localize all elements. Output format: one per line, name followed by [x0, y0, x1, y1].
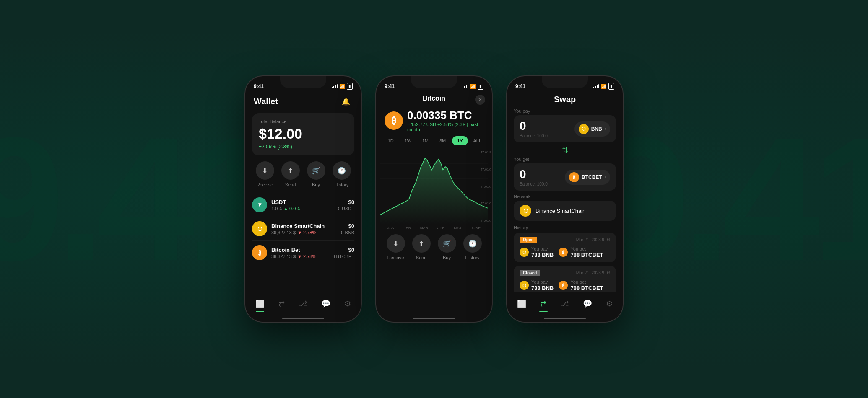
phone-bitcoin: 9:41 📶 ▮ Bitcoin ✕ ₿ — [375, 75, 493, 323]
receive-button[interactable]: ⬇ Receive — [256, 161, 274, 187]
nav-swap-1[interactable]: ⇄ — [278, 299, 285, 308]
chart-y-labels: 47.01K 47.01K 47.01K 47.01K 47.01K — [481, 149, 491, 224]
btc-receive-icon: ⬇ — [387, 234, 405, 253]
you-pay-token-name: BNB — [591, 126, 602, 132]
wallet-screen: 9:41 📶 ▮ Wallet 🔔 To — [245, 76, 361, 322]
btc-price: 0.00335 BTC — [407, 109, 483, 122]
btcbet-change: ▼ 2.78% — [297, 254, 316, 259]
send-icon: ⬆ — [281, 161, 300, 180]
history-label: History — [334, 182, 348, 187]
period-1y[interactable]: 1Y — [452, 136, 468, 145]
history-btcbet-icon-2: ₿ — [559, 281, 568, 290]
wifi-icon-2: 📶 — [470, 84, 476, 89]
time-1: 9:41 — [254, 83, 264, 89]
you-pay-token-selector[interactable]: ⬡ BNB › — [574, 121, 610, 137]
token-usdt[interactable]: ₮ USDT 1.0% ▲ 0.0% $0 0 USDT — [252, 193, 354, 217]
battery-icon-1: ▮ — [347, 83, 353, 90]
receive-icon: ⬇ — [256, 161, 274, 180]
buy-button[interactable]: 🛒 Buy — [307, 161, 325, 187]
wifi-icon-3: 📶 — [601, 84, 607, 89]
swap-nav-icon-3: ⇄ — [540, 299, 546, 308]
btc-history-button[interactable]: 🕐 History — [463, 234, 482, 260]
swap-arrows-icon: ⇅ — [562, 146, 568, 155]
you-get-label: You get — [507, 157, 623, 162]
history-bnb-icon-2: ⬡ — [520, 281, 529, 290]
status-icons-3: 📶 ▮ — [593, 83, 615, 90]
signal-3 — [593, 84, 600, 88]
chart-x-labels: JAN FEB MAR APR MAY JUNE — [376, 224, 492, 230]
period-1w[interactable]: 1W — [400, 136, 416, 145]
signal-2 — [463, 84, 469, 88]
history-section-label: History — [507, 225, 623, 230]
balance-amount: $12.00 — [259, 126, 348, 142]
history-item-2[interactable]: Closed Mar 21, 2023 9:03 ⬡ You pay 788 B… — [514, 266, 616, 295]
period-tabs: 1D 1W 1M 3M 1Y ALL — [376, 136, 492, 149]
history-button[interactable]: 🕐 History — [333, 161, 351, 187]
btc-send-button[interactable]: ⬆ Send — [412, 234, 431, 260]
period-all[interactable]: ALL — [470, 136, 485, 145]
history-pay-1: 788 BNB — [531, 252, 554, 258]
swap-switch-button[interactable]: ⇅ — [507, 146, 623, 155]
btc-history-icon: 🕐 — [463, 234, 482, 253]
nav-share-3[interactable]: ⎇ — [560, 299, 569, 308]
active-bar — [256, 311, 264, 312]
bnb-change: ▼ 2.78% — [297, 230, 316, 235]
notch-2 — [411, 76, 457, 88]
history-item-1[interactable]: Open Mar 21, 2023 9:03 ⬡ You pay 788 BNB — [514, 233, 616, 262]
period-1m[interactable]: 1M — [418, 136, 433, 145]
token-btcbet[interactable]: ₿ Bitcoin Bet 36,327.13 $ ▼ 2.78% $0 0 B… — [252, 241, 354, 264]
nav-share-1[interactable]: ⎇ — [299, 299, 307, 308]
usdt-name: USDT — [271, 199, 338, 205]
you-get-card: 0 Balance: 100.0 ₿ BTCBET › — [514, 163, 616, 191]
swap-screen: 9:41 📶 ▮ Swap You pay — [507, 76, 623, 322]
nav-wallet-1[interactable]: ⬜ — [255, 299, 265, 308]
time-3: 9:41 — [515, 83, 525, 89]
btc-hero: ₿ 0.00335 BTC ≈ 152.77 USD +2.56% (2.3%)… — [376, 106, 492, 136]
nav-swap-3[interactable]: ⇄ — [540, 299, 546, 308]
history-bnb-icon-1: ⬡ — [520, 248, 529, 257]
bg-text-left: 9.41 — [0, 98, 275, 300]
history-btcbet-icon-1: ₿ — [559, 248, 568, 257]
history-status-closed: Closed — [520, 270, 540, 276]
you-get-token-selector[interactable]: ₿ BTCBET › — [565, 170, 610, 185]
settings-nav-icon: ⚙ — [344, 299, 351, 308]
wallet-title: Wallet — [254, 97, 278, 106]
get-chevron-icon: › — [605, 175, 606, 179]
usdt-value: $0 0 USDT — [338, 199, 354, 211]
status-icons-2: 📶 ▮ — [463, 83, 484, 90]
binance-chain-icon: ⬡ — [520, 205, 531, 217]
btcbet-name: Bitcoin Bet — [271, 247, 332, 253]
history-date-1: Mar 21, 2023 9:03 — [576, 238, 610, 242]
chart-svg — [380, 149, 488, 224]
wallet-nav-icon: ⬜ — [255, 299, 265, 308]
share-nav-icon: ⎇ — [299, 299, 307, 308]
nav-settings-1[interactable]: ⚙ — [344, 299, 351, 308]
active-bar-3 — [539, 311, 548, 312]
btc-buy-button[interactable]: 🛒 Buy — [438, 234, 456, 260]
period-1d[interactable]: 1D — [383, 136, 398, 145]
bnb-name: Binance SmartChain — [271, 223, 341, 229]
wallet-header: Wallet 🔔 — [245, 93, 361, 113]
you-pay-card: 0 Balance: 100.0 ⬡ BNB › — [514, 115, 616, 142]
balance-card: Total Balance $12.00 +2.56% (2.3%) — [252, 113, 354, 155]
send-button[interactable]: ⬆ Send — [281, 161, 300, 187]
settings-nav-icon-3: ⚙ — [606, 299, 613, 308]
close-button[interactable]: ✕ — [475, 95, 485, 105]
btc-receive-button[interactable]: ⬇ Receive — [387, 234, 405, 260]
chat-nav-icon: 💬 — [321, 299, 330, 308]
nav-chat-1[interactable]: 💬 — [321, 299, 330, 308]
token-bnb[interactable]: ⬡ Binance SmartChain 36,327.13 $ ▼ 2.78%… — [252, 217, 354, 241]
period-3m[interactable]: 3M — [435, 136, 450, 145]
btc-receive-label: Receive — [387, 255, 404, 260]
bnb-icon: ⬡ — [252, 221, 267, 236]
nav-wallet-3[interactable]: ⬜ — [517, 299, 526, 308]
history-date-2: Mar 21, 2023 9:03 — [576, 271, 610, 275]
bell-button[interactable]: 🔔 — [339, 95, 353, 108]
chat-nav-icon-3: 💬 — [583, 299, 592, 308]
usdt-icon: ₮ — [252, 197, 267, 212]
nav-chat-3[interactable]: 💬 — [583, 299, 592, 308]
nav-settings-3[interactable]: ⚙ — [606, 299, 613, 308]
bg-text-right: 9.41 — [593, 98, 868, 300]
token-list: ₮ USDT 1.0% ▲ 0.0% $0 0 USDT — [245, 193, 361, 264]
network-label: Network — [507, 194, 623, 199]
